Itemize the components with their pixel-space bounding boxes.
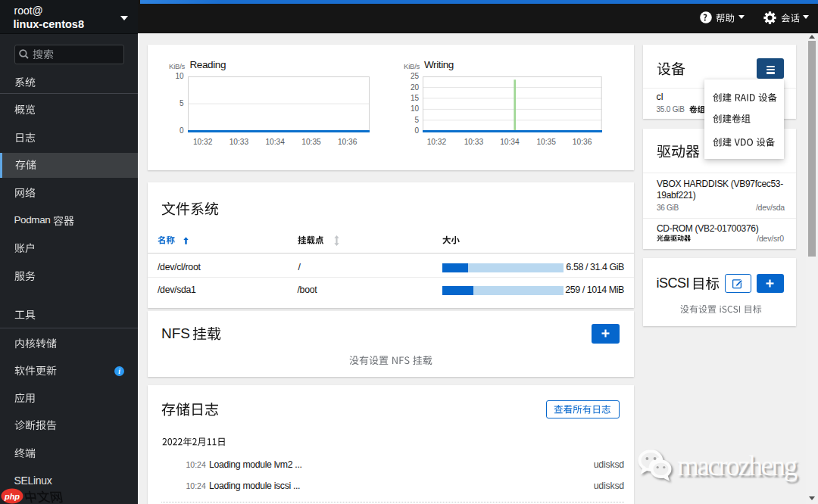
svg-text:php: php [4,492,20,501]
svg-text:i: i [118,368,120,375]
